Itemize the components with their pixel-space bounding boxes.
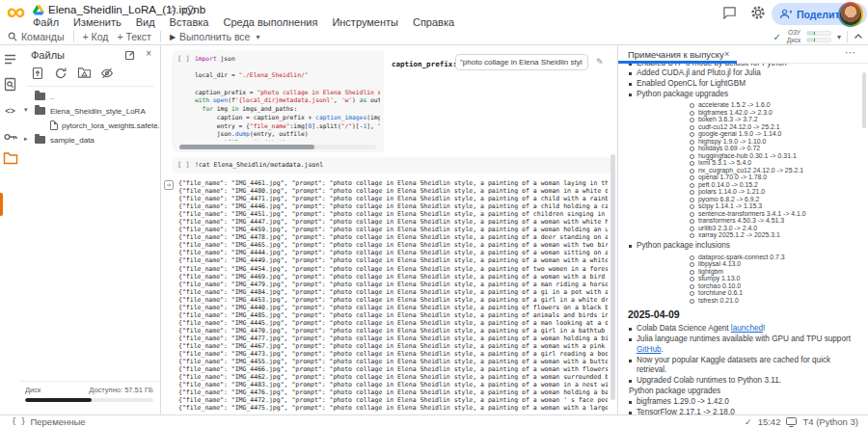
package-list-item: accelerate 1.5.2 -> 1.6.0 [628, 101, 854, 109]
collapse-header-icon[interactable] [854, 33, 863, 40]
code-line[interactable] [195, 64, 380, 72]
more-options-icon[interactable]: ⋯ [845, 46, 856, 59]
code-line[interactable]: local_dir = "./Elena_Sheidlin/" [195, 71, 380, 80]
code-line[interactable]: caption = caption_prefix + caption_image… [195, 114, 380, 122]
notebook-toolbar: Команды + Код + Текст ▶ Выполнить все ▾ … [0, 29, 868, 45]
open-in-new-icon[interactable] [124, 50, 135, 61]
menu-item[interactable]: Изменить [73, 16, 122, 28]
notebook-title[interactable]: Elena_Sheidlin_LoRA_(1).ipynb [48, 4, 205, 15]
code-line[interactable]: outfile.write('\n') [195, 139, 380, 141]
code-line[interactable]: with open(f'{local_dir}metadata.jsonl', … [195, 96, 380, 105]
code-line[interactable]: import json [195, 55, 380, 64]
output-line: {"file_name": "IMG_4471.jpg", "prompt": … [178, 195, 608, 202]
package-list-item: sentence-transformers 3.4.1 -> 4.1.0 [628, 210, 854, 218]
code-editor-content[interactable]: import json local_dir = "./Elena_Sheidli… [195, 55, 380, 141]
close-files-panel-icon[interactable]: × [146, 48, 151, 59]
colab-logo-icon[interactable]: ∞ [7, 0, 24, 26]
package-list-item: torchao 0.10.0 [628, 282, 854, 290]
output-line: {"file_name": "IMG_4454.jpg", "prompt": … [178, 265, 608, 273]
caption-prefix-input[interactable] [455, 54, 588, 70]
menu-item[interactable]: Файл [33, 16, 59, 28]
hide-hidden-files-icon[interactable] [100, 67, 115, 81]
comment-icon[interactable] [722, 6, 737, 19]
chevron-down-icon[interactable]: ▾ [24, 106, 31, 114]
cell-output-actions-icon[interactable] [164, 180, 174, 190]
cell-output: {"file_name": "IMG_4461.jpg", "prompt": … [178, 179, 608, 415]
code-line[interactable]: entry = {"file_name":img[0].split("/")[-… [195, 122, 380, 131]
file-tree-item[interactable]: .. [19, 90, 159, 104]
tab-release-notes[interactable]: Примечания к выпуску [628, 49, 724, 60]
toolbar-left: Команды + Код + Текст ▶ Выполнить все ▾ [8, 29, 259, 44]
left-icon-rail: <> [0, 45, 19, 415]
notes-bullet-item: Now your popular Kaggle datasets are cac… [628, 356, 854, 377]
menu-item[interactable]: Справка [413, 16, 454, 28]
file-tree-label: Elena_Sheidlin_style_LoRA [50, 107, 146, 116]
output-line: {"file_name": "IMG_4445.jpg", "prompt": … [178, 319, 608, 327]
add-code-button[interactable]: + Код [83, 31, 109, 42]
output-line: {"file_name": "IMG_4453.jpg", "prompt": … [178, 296, 608, 304]
cloud-status-icon [183, 5, 196, 14]
chevron-down-icon[interactable]: ▾ [837, 33, 841, 41]
code-cell-1-editor[interactable]: [ ] import json local_dir = "./Elena_She… [172, 50, 384, 152]
run-all-button[interactable]: ▶ Выполнить все ▾ [170, 31, 260, 42]
find-in-page-icon[interactable] [3, 77, 17, 92]
menu-bar: ФайлИзменитьВидВставкаСреда выполненияИн… [33, 16, 454, 28]
table-of-contents-icon[interactable] [3, 52, 17, 67]
notes-link[interactable]: GitHub [637, 345, 661, 354]
drive-icon [33, 5, 44, 15]
star-icon[interactable]: ☆ [168, 3, 177, 15]
output-line: {"file_name": "IMG_4475.jpg", "prompt": … [178, 404, 608, 412]
refresh-icon[interactable] [54, 67, 68, 81]
file-tree-item[interactable]: pytorch_lora_weights.safete... [19, 119, 159, 133]
code-line[interactable]: for img in imgs_and_paths: [195, 105, 380, 114]
ram-label: ОЗУ [788, 30, 800, 37]
run-cell-button[interactable]: [ ] [177, 161, 190, 169]
output-line: {"file_name": "IMG_4479.jpg", "prompt": … [178, 281, 608, 288]
files-panel-title: Файлы [31, 49, 65, 61]
close-tab-icon[interactable]: × [724, 49, 729, 59]
add-text-button[interactable]: + Текст [117, 31, 150, 42]
ram-usage-bar [806, 31, 831, 36]
menu-item[interactable]: Вставка [170, 16, 209, 28]
package-list-item: huggingface-hub 0.30.1 -> 0.31.1 [628, 152, 854, 160]
avatar[interactable] [838, 2, 863, 27]
folder-icon [35, 107, 45, 115]
file-tree-item[interactable]: ▾Elena_Sheidlin_style_LoRA [19, 104, 159, 119]
edit-pencil-icon[interactable]: ✎ [596, 57, 604, 67]
file-tree-item[interactable]: ▸sample_data [19, 133, 159, 147]
menu-item[interactable]: Вид [136, 16, 155, 28]
gear-icon[interactable] [750, 5, 766, 20]
notes-bullet-item: Colab Data Science Agent launched! [628, 324, 854, 334]
files-folder-icon[interactable] [3, 151, 17, 166]
menu-item[interactable]: Среда выполнения [223, 16, 317, 28]
panel-scrollbar[interactable] [862, 72, 866, 128]
scrollbar-thumb[interactable] [179, 145, 314, 149]
code-line[interactable]: caption_prefix = "photo collage in Elena… [195, 89, 380, 97]
code-cell-1[interactable]: [ ] import json local_dir = "./Elena_She… [172, 50, 615, 152]
run-cell-button[interactable]: [ ] [177, 55, 190, 63]
package-list: dataproc-spark-connect 0.7.3libpysal 4.1… [628, 254, 854, 305]
runtime-type-button[interactable]: T4 (Python 3) [802, 416, 858, 427]
notes-link[interactable]: launched [731, 324, 763, 333]
file-tree-label: sample_data [50, 136, 95, 145]
menu-item[interactable]: Инструменты [332, 16, 398, 28]
folder-icon [35, 93, 45, 100]
release-notes-header: Примечания к выпуску × ⋯ [618, 45, 868, 64]
package-list-item: polars 1.14.0 -> 1.21.0 [628, 188, 854, 196]
secrets-key-icon[interactable] [3, 129, 17, 144]
package-list-item: tsfresh 0.21.0 [628, 297, 854, 305]
mount-drive-icon[interactable] [77, 67, 92, 81]
code-cell-2[interactable]: [ ] !cat Elena_Sheidlin/metadata.jsonl [172, 157, 615, 174]
upload-file-icon[interactable] [31, 67, 45, 81]
variables-button[interactable]: { } Переменные [12, 416, 86, 427]
notebook-scrollbar[interactable] [610, 154, 615, 400]
code-line[interactable]: json.dump(entry, outfile) [195, 130, 380, 139]
horizontal-scrollbar[interactable] [179, 145, 376, 149]
code-snippets-icon[interactable]: <> [3, 104, 17, 119]
code-line[interactable] [195, 80, 380, 89]
output-line: {"file_name": "IMG_4451.jpg", "prompt": … [178, 210, 608, 218]
chevron-right-icon[interactable]: ▸ [24, 135, 31, 143]
resource-usage-bars[interactable] [806, 31, 831, 42]
code-editor-content[interactable]: !cat Elena_Sheidlin/metadata.jsonl [195, 161, 323, 169]
command-palette-button[interactable]: Команды [8, 31, 65, 42]
